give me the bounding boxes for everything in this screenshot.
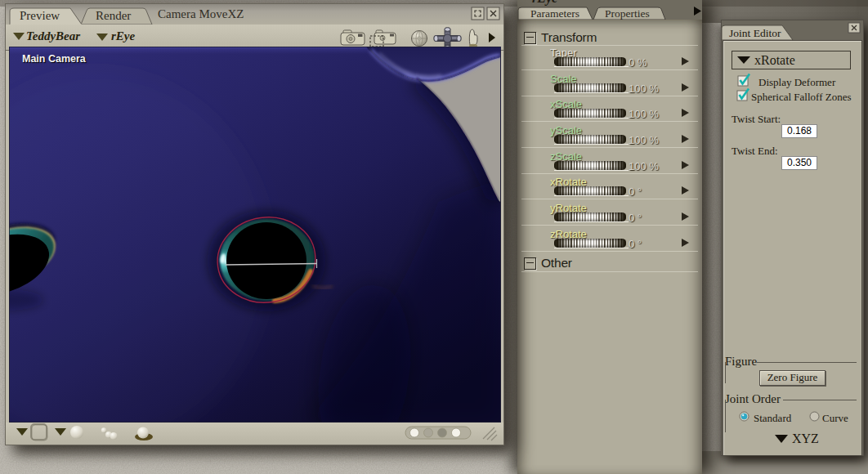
- svg-text:Render: Render: [96, 9, 131, 22]
- svg-text:Camera MoveXZ: Camera MoveXZ: [158, 7, 244, 20]
- svg-text:Joint Editor: Joint Editor: [729, 27, 781, 39]
- svg-text:Preview: Preview: [20, 9, 60, 22]
